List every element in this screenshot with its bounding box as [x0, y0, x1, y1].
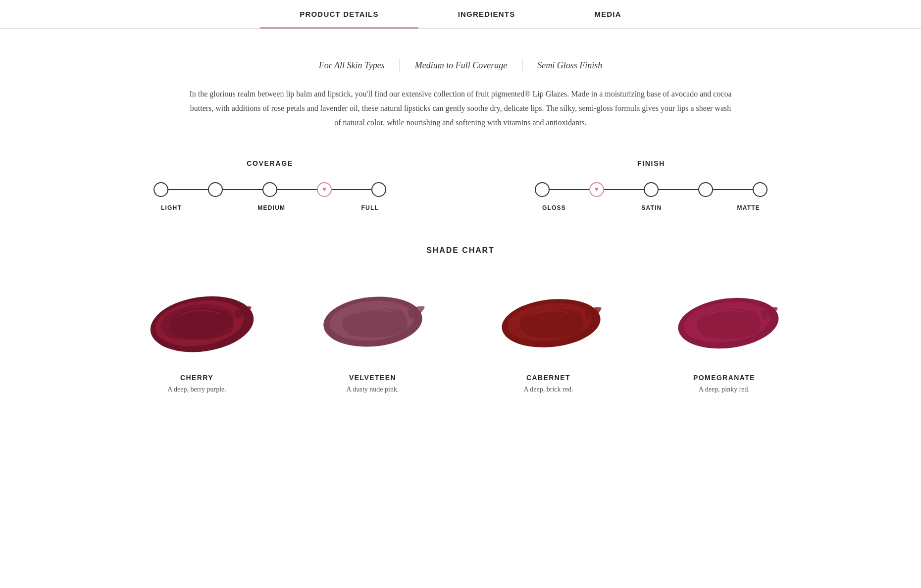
shade-item-cabernet[interactable]: CABERNET A deep, brick red.	[465, 280, 631, 393]
tab-product-details[interactable]: PRODUCT DETAILS	[260, 0, 418, 28]
product-attributes: For All Skin Types Medium to Full Covera…	[149, 58, 772, 72]
coverage-line-4	[332, 189, 371, 190]
product-description: In the glorious realm between lip balm a…	[188, 87, 733, 130]
coverage-dot-1	[154, 182, 168, 197]
finish-scale: ♥ GLOSS SATIN MATTE	[535, 182, 768, 211]
attribute-coverage: Medium to Full Coverage	[400, 60, 522, 71]
shade-desc-pomegranate: A deep, pinky red.	[699, 386, 750, 393]
coverage-block: COVERAGE ♥ LIGHT MEDIUM FULL	[154, 159, 386, 211]
coverage-dot-4-active: ♥	[317, 182, 332, 197]
shade-swatch-velveteen	[313, 280, 432, 359]
coverage-dot-2	[208, 182, 223, 197]
finish-track: ♥	[535, 182, 768, 197]
finish-dot-5	[753, 182, 768, 197]
shade-desc-cherry: A deep, berry purple.	[167, 386, 226, 393]
shade-swatch-pomegranate	[665, 280, 784, 359]
shade-swatch-cabernet	[489, 280, 608, 359]
coverage-labels: LIGHT MEDIUM FULL	[161, 204, 379, 211]
coverage-scale: ♥ LIGHT MEDIUM FULL	[154, 182, 386, 211]
coverage-label-full: FULL	[361, 204, 379, 211]
finish-label-gloss: GLOSS	[542, 204, 566, 211]
metrics-section: COVERAGE ♥ LIGHT MEDIUM FULL	[0, 159, 921, 211]
coverage-dot-3	[262, 182, 277, 197]
tab-media[interactable]: MEDIA	[555, 0, 661, 28]
coverage-label-light: LIGHT	[161, 204, 182, 211]
shade-name-velveteen: VELVETEEN	[349, 374, 396, 382]
shade-swatch-cherry	[138, 280, 256, 359]
coverage-title: COVERAGE	[247, 159, 293, 167]
finish-dot-1	[535, 182, 550, 197]
shade-desc-cabernet: A deep, brick red.	[524, 386, 573, 393]
coverage-line-2	[223, 189, 262, 190]
tab-ingredients[interactable]: INGREDIENTS	[418, 0, 555, 28]
shades-grid: CHERRY A deep, berry purple. VELVETEEN A…	[114, 280, 807, 393]
shade-item-pomegranate[interactable]: POMEGRANATE A deep, pinky red.	[641, 280, 807, 393]
finish-dot-4	[698, 182, 713, 197]
shade-name-cabernet: CABERNET	[526, 374, 570, 382]
coverage-track: ♥	[154, 182, 386, 197]
finish-label-matte: MATTE	[737, 204, 760, 211]
shade-desc-velveteen: A dusty nude pink.	[347, 386, 399, 393]
shade-item-cherry[interactable]: CHERRY A deep, berry purple.	[114, 280, 280, 393]
finish-label-satin: SATIN	[641, 204, 662, 211]
coverage-dot-5	[371, 182, 386, 197]
finish-title: FINISH	[637, 159, 665, 167]
coverage-heart-icon: ♥	[322, 186, 326, 194]
attribute-finish: Semi Gloss Finish	[522, 60, 617, 71]
finish-line-3	[659, 189, 698, 190]
finish-line-2	[604, 189, 644, 190]
attribute-skin-type: For All Skin Types	[304, 60, 400, 71]
shade-name-pomegranate: POMEGRANATE	[693, 374, 755, 382]
finish-line-1	[550, 189, 589, 190]
coverage-line-1	[168, 189, 208, 190]
coverage-line-3	[277, 189, 317, 190]
product-info-section: For All Skin Types Medium to Full Covera…	[0, 58, 921, 130]
coverage-label-medium: MEDIUM	[257, 204, 285, 211]
finish-dot-2-active: ♥	[589, 182, 604, 197]
shade-chart-title: SHADE CHART	[50, 246, 871, 255]
shade-chart-section: SHADE CHART CHERRY A deep, berry purple.	[0, 246, 921, 393]
shade-item-velveteen[interactable]: VELVETEEN A dusty nude pink.	[290, 280, 456, 393]
finish-line-4	[713, 189, 753, 190]
finish-dot-3	[644, 182, 659, 197]
shade-name-cherry: CHERRY	[180, 374, 213, 382]
finish-block: FINISH ♥ GLOSS SATIN MATTE	[535, 159, 768, 211]
finish-heart-icon: ♥	[595, 186, 599, 194]
finish-labels: GLOSS SATIN MATTE	[542, 204, 760, 211]
product-tabs: PRODUCT DETAILS INGREDIENTS MEDIA	[0, 0, 921, 29]
